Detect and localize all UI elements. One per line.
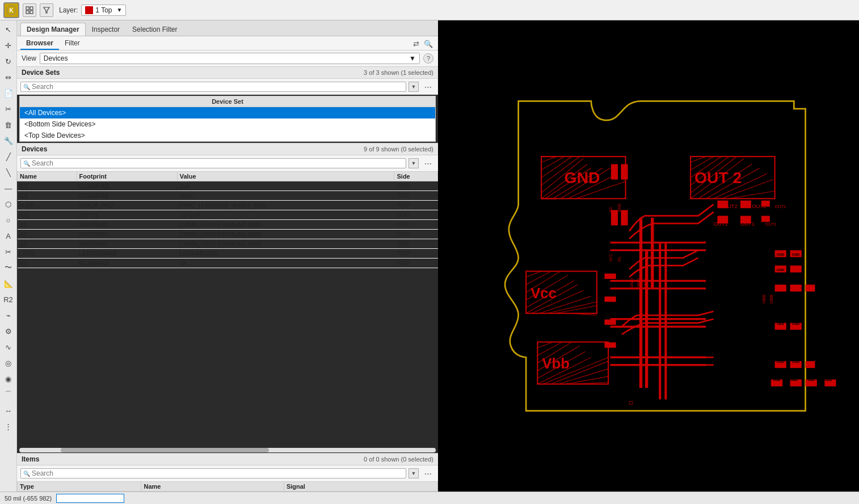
- svg-rect-94: [775, 285, 786, 291]
- via-tool[interactable]: ◎: [2, 356, 15, 370]
- devices-header: Devices 9 of 9 shown (0 selected): [17, 143, 438, 155]
- svg-text:VBB: VBB: [824, 378, 832, 382]
- view-selected: Devices: [44, 54, 68, 62]
- device-value-cell: 1uF: [177, 181, 394, 191]
- route-tool[interactable]: ╱: [2, 150, 15, 163]
- sub-tab-bar: Browser Filter ⇄ 🔍: [17, 36, 438, 50]
- device-sets-search-icon: 🔍: [23, 84, 30, 90]
- svg-text:N1: N1: [617, 257, 621, 262]
- svg-text:GND: GND: [792, 360, 800, 363]
- line-tool[interactable]: —: [2, 181, 15, 195]
- grid-button[interactable]: [23, 3, 36, 17]
- col-footprint: Footprint: [77, 172, 177, 181]
- items-title: Items: [22, 455, 361, 463]
- device-set-item-all[interactable]: <All Devices>: [20, 107, 435, 118]
- trash-tool[interactable]: 🗑: [2, 118, 15, 132]
- svg-text:VBB: VBB: [790, 378, 798, 382]
- cut-tool[interactable]: ✂: [2, 102, 15, 116]
- table-row[interactable]: J1 2X02SMD CONN_02X2-PINHEAD-SMD TOP: [18, 220, 438, 230]
- devices-scrollbar[interactable]: [19, 448, 436, 452]
- view-help-button[interactable]: ?: [423, 53, 433, 63]
- devices-search-wrapper: 🔍: [20, 158, 406, 168]
- zoom-icon[interactable]: 🔍: [422, 37, 435, 50]
- tab-bar: Design Manager Inspector Selection Filte…: [17, 20, 438, 36]
- items-table-wrapper[interactable]: Type Name Signal: [17, 481, 438, 492]
- tab-design-manager[interactable]: Design Manager: [20, 23, 86, 36]
- sync-icon[interactable]: ⇄: [410, 37, 422, 50]
- ratsnest-tool[interactable]: ⌁: [2, 308, 15, 322]
- device-value-cell: CONN_02X2-PINHEAD-SMD: [177, 239, 394, 249]
- pad-tool[interactable]: ◉: [2, 372, 15, 386]
- wrench-tool[interactable]: 🔧: [2, 134, 15, 147]
- sub-tab-browser[interactable]: Browser: [20, 37, 59, 50]
- layer-selector[interactable]: 1 Top ▼: [81, 5, 126, 16]
- new-doc-tool[interactable]: 📄: [2, 86, 15, 100]
- table-row[interactable]: R1 R1206FAB 1k TOP: [18, 259, 438, 268]
- mirror-tool[interactable]: ⇔: [2, 70, 15, 84]
- device-name-cell: H-BR...: [18, 201, 77, 210]
- device-sets-count: 3 of 3 shown (1 selected): [364, 69, 433, 76]
- wave-tool[interactable]: 〜: [2, 261, 15, 274]
- tab-inspector[interactable]: Inspector: [86, 23, 126, 36]
- devices-search-input[interactable]: [32, 159, 403, 167]
- table-row[interactable]: C2 C1206FAB 10uF TOP: [18, 191, 438, 201]
- device-value-cell: PMIC_H-BRIDGE_A4953_PAD: [177, 201, 394, 210]
- col-value: Value: [177, 172, 394, 181]
- autoroute-tool[interactable]: ⚙: [2, 324, 15, 338]
- device-set-item-top[interactable]: <Top Side Devices>: [20, 130, 435, 141]
- rotate-tool[interactable]: ↻: [2, 54, 15, 68]
- device-sets-search-dropdown[interactable]: ▼: [409, 82, 419, 92]
- device-footprint-cell: C1206FAB: [77, 181, 177, 191]
- svg-rect-129: [604, 297, 616, 302]
- table-row[interactable]: J3 2X02SMD CONN_02X2-PINHEAD-SMD TOP: [18, 239, 438, 249]
- pointer-tool[interactable]: ↖: [2, 23, 15, 36]
- filter-button[interactable]: [40, 3, 53, 17]
- text-tool[interactable]: A: [2, 229, 15, 243]
- device-footprint-cell: 2X02SMD: [77, 239, 177, 249]
- drc-tool[interactable]: R2: [2, 293, 15, 306]
- device-sets-header: Device Sets 3 of 3 shown (1 selected): [17, 66, 438, 79]
- table-row[interactable]: IC1 SOT23 12-5VR TOP: [18, 210, 438, 220]
- svg-text:VCC: VCC: [609, 253, 613, 261]
- items-search-input[interactable]: [32, 469, 403, 477]
- svg-text:GND: GND: [777, 268, 785, 272]
- devices-table-wrapper[interactable]: Name Footprint Value Side C1 C1206FAB 1u…: [17, 171, 438, 447]
- devices-search-dropdown[interactable]: ▼: [409, 158, 419, 168]
- measure-tool[interactable]: 📐: [2, 277, 15, 290]
- device-side-cell: TOP: [394, 220, 438, 230]
- circle-tool[interactable]: ○: [2, 213, 15, 227]
- device-sets-search-input[interactable]: [32, 83, 403, 91]
- table-row[interactable]: H-BR... SOIC8_PAD PMIC_H-BRIDGE_A4953_PA…: [18, 201, 438, 210]
- device-sets-more-button[interactable]: ⋯: [421, 81, 435, 93]
- device-name-cell: C2: [18, 191, 77, 201]
- table-row[interactable]: LED1 LED1206FAB LEDFAB1206 TOP: [18, 249, 438, 259]
- device-set-item-bottom[interactable]: <Bottom Side Devices>: [20, 118, 435, 130]
- table-row[interactable]: C1 C1206FAB 1uF TOP: [18, 181, 438, 191]
- sub-tab-filter[interactable]: Filter: [59, 37, 86, 50]
- device-name-cell: LED1: [18, 249, 77, 259]
- device-side-cell: TOP: [394, 259, 438, 268]
- spline-tool[interactable]: ∿: [2, 340, 15, 354]
- arc-tool[interactable]: ⌒: [2, 388, 15, 401]
- table-row[interactable]: J2 2X02SMD CONN_02X2-PINHEAD-SMD TOP: [18, 230, 438, 239]
- device-footprint-cell: SOIC8_PAD: [77, 201, 177, 210]
- devices-more-button[interactable]: ⋯: [421, 157, 435, 170]
- tab-selection-filter[interactable]: Selection Filter: [126, 23, 183, 36]
- more-icon[interactable]: ⋮: [2, 420, 15, 433]
- scissors-tool[interactable]: ✂: [2, 245, 15, 259]
- items-search-dropdown[interactable]: ▼: [409, 468, 419, 478]
- device-footprint-cell: 2X02SMD: [77, 220, 177, 230]
- device-name-cell: J1: [18, 220, 77, 230]
- pcb-canvas[interactable]: GND OUT 2: [438, 20, 859, 492]
- svg-text:Vbb: Vbb: [542, 355, 569, 371]
- svg-rect-125: [717, 216, 728, 223]
- items-more-button[interactable]: ⋯: [421, 467, 435, 480]
- move-tool[interactable]: ✛: [2, 39, 15, 52]
- poly-tool[interactable]: ⬡: [2, 197, 15, 211]
- dimension-tool[interactable]: ↔: [2, 404, 15, 417]
- view-selector[interactable]: Devices ▼: [40, 53, 420, 64]
- device-set-table: Device Set <All Devices> <Bottom Side De…: [19, 96, 436, 142]
- svg-text:GND: GND: [777, 253, 785, 256]
- command-input[interactable]: [56, 494, 124, 503]
- route2-tool[interactable]: ╲: [2, 166, 15, 179]
